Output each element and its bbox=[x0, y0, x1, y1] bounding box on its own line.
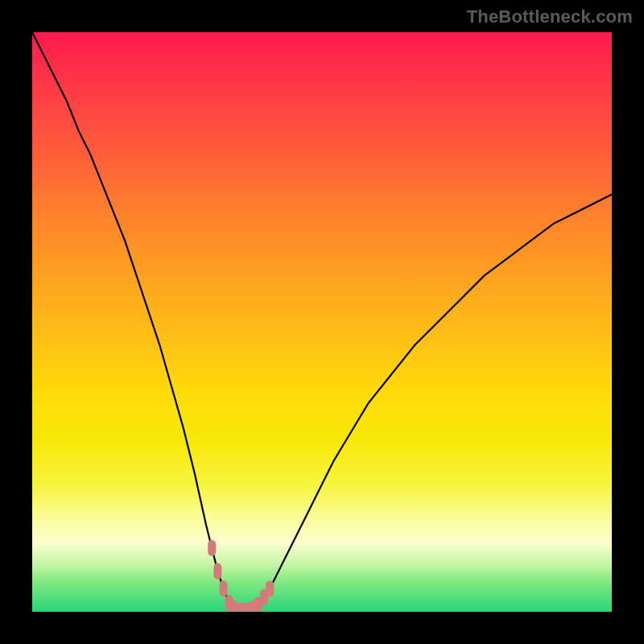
highlight-markers bbox=[208, 540, 274, 612]
marker-point bbox=[213, 564, 221, 580]
bottleneck-curve bbox=[32, 32, 612, 611]
chart-frame: TheBottleneck.com bbox=[0, 0, 644, 644]
plot-area bbox=[32, 32, 612, 612]
curve-svg bbox=[32, 32, 612, 612]
watermark-text: TheBottleneck.com bbox=[467, 6, 633, 27]
marker-point bbox=[266, 580, 274, 597]
marker-point bbox=[208, 540, 216, 556]
marker-point bbox=[220, 580, 228, 597]
